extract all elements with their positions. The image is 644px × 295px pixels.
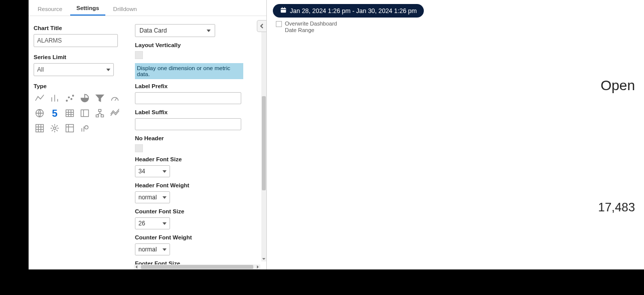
no-header-label: No Header bbox=[135, 135, 259, 141]
tab-settings[interactable]: Settings bbox=[70, 1, 105, 16]
svg-point-5 bbox=[71, 98, 72, 100]
chevron-down-icon bbox=[163, 196, 167, 199]
config-tabbar: Resource Settings Drilldown bbox=[29, 0, 266, 16]
chart-title-input[interactable]: ALARMS bbox=[34, 34, 118, 47]
number-card-icon[interactable]: 5 bbox=[49, 107, 61, 119]
combo-chart-icon[interactable] bbox=[79, 122, 91, 134]
data-card-counter: 17,483 bbox=[598, 200, 635, 214]
svg-line-34 bbox=[52, 130, 53, 131]
label-prefix-input[interactable] bbox=[135, 92, 241, 104]
header-font-weight-select[interactable]: normal bbox=[135, 191, 170, 203]
grid-icon[interactable] bbox=[34, 122, 46, 134]
chart-title-label: Chart Title bbox=[34, 25, 129, 31]
svg-point-4 bbox=[68, 97, 70, 98]
svg-rect-16 bbox=[99, 110, 101, 112]
series-limit-select[interactable]: All bbox=[34, 63, 114, 76]
svg-rect-42 bbox=[281, 8, 286, 13]
header-font-size-value: 34 bbox=[138, 168, 145, 175]
counter-font-size-select[interactable]: 26 bbox=[135, 217, 170, 229]
pivot-icon[interactable] bbox=[64, 122, 76, 134]
label-suffix-label: Label Suffix bbox=[135, 109, 259, 115]
series-limit-label: Series Limit bbox=[34, 54, 129, 60]
svg-rect-18 bbox=[101, 115, 104, 117]
bar-chart-icon[interactable] bbox=[49, 92, 61, 104]
header-font-weight-label: Header Font Weight bbox=[135, 182, 259, 188]
data-card-hint: Display one dimension or one metric data… bbox=[135, 63, 243, 79]
preview-area: Jan 28, 2024 1:26 pm - Jan 30, 2024 1:26… bbox=[267, 0, 644, 269]
overwrite-label: Overwrite Dashboard Date Range bbox=[285, 21, 337, 33]
app-root: Resource Settings Drilldown Chart Title … bbox=[0, 0, 644, 295]
no-header-toggle[interactable] bbox=[135, 144, 143, 152]
settings-left-column: Chart Title ALARMS Series Limit All Type bbox=[29, 16, 134, 269]
counter-font-size-label: Counter Font Size bbox=[135, 208, 259, 214]
settings-h-scrollbar[interactable] bbox=[134, 264, 260, 269]
svg-line-33 bbox=[56, 130, 58, 131]
label-suffix-input[interactable] bbox=[135, 118, 241, 130]
pie-chart-icon[interactable] bbox=[79, 92, 91, 104]
chevron-down-icon bbox=[163, 248, 167, 251]
number-glyph: 5 bbox=[52, 108, 57, 119]
svg-rect-14 bbox=[81, 110, 89, 116]
settings-right-column: Data Card Layout Vertically Display one … bbox=[134, 16, 266, 269]
config-body: Chart Title ALARMS Series Limit All Type bbox=[29, 16, 266, 269]
scroll-left-icon[interactable] bbox=[134, 264, 139, 269]
data-card-header: Open bbox=[601, 78, 635, 94]
table-icon[interactable] bbox=[64, 107, 76, 119]
counter-font-weight-select[interactable]: normal bbox=[135, 243, 170, 255]
chevron-down-icon bbox=[207, 30, 211, 32]
date-range-pill[interactable]: Jan 28, 2024 1:26 pm - Jan 30, 2024 1:26… bbox=[273, 4, 424, 18]
chart-subtype-value: Data Card bbox=[139, 27, 167, 34]
overwrite-label-line1: Overwrite Dashboard bbox=[285, 21, 337, 27]
header-font-weight-value: normal bbox=[138, 194, 157, 201]
counter-font-weight-value: normal bbox=[138, 246, 157, 253]
collapse-panel-button[interactable] bbox=[257, 20, 267, 32]
chevron-down-icon bbox=[106, 69, 110, 71]
globe-icon[interactable] bbox=[34, 107, 46, 119]
date-range-text: Jan 28, 2024 1:26 pm - Jan 30, 2024 1:26… bbox=[290, 8, 417, 15]
svg-point-27 bbox=[54, 127, 56, 130]
layout-vertically-label: Layout Vertically bbox=[135, 42, 259, 48]
multi-line-icon[interactable] bbox=[109, 107, 121, 119]
svg-line-32 bbox=[52, 125, 53, 127]
label-prefix-label: Label Prefix bbox=[135, 83, 259, 89]
tree-icon[interactable] bbox=[94, 107, 106, 119]
chart-subtype-select[interactable]: Data Card bbox=[135, 24, 215, 37]
svg-point-3 bbox=[66, 100, 68, 102]
scatter-chart-icon[interactable] bbox=[64, 92, 76, 104]
config-panel: Resource Settings Drilldown Chart Title … bbox=[29, 0, 267, 269]
sunburst-icon[interactable] bbox=[49, 122, 61, 134]
card-list-icon[interactable] bbox=[79, 107, 91, 119]
chevron-down-icon bbox=[163, 222, 167, 225]
scroll-down-icon[interactable] bbox=[261, 256, 266, 261]
svg-line-35 bbox=[56, 125, 58, 127]
workspace: Resource Settings Drilldown Chart Title … bbox=[29, 0, 644, 269]
header-font-size-select[interactable]: 34 bbox=[135, 165, 170, 177]
chevron-down-icon bbox=[163, 170, 167, 173]
tab-drilldown[interactable]: Drilldown bbox=[107, 2, 143, 16]
tab-resource[interactable]: Resource bbox=[32, 2, 68, 16]
svg-point-6 bbox=[72, 95, 74, 97]
chart-type-grid: 5 bbox=[34, 92, 129, 134]
line-chart-icon[interactable] bbox=[34, 92, 46, 104]
scroll-right-icon[interactable] bbox=[255, 264, 260, 269]
scroll-thumb-h[interactable] bbox=[141, 265, 253, 269]
svg-rect-17 bbox=[96, 115, 99, 117]
svg-line-7 bbox=[115, 98, 116, 101]
chart-title-value: ALARMS bbox=[37, 37, 62, 44]
counter-font-size-value: 26 bbox=[138, 220, 145, 227]
scroll-thumb-v[interactable] bbox=[262, 96, 266, 191]
svg-point-41 bbox=[85, 126, 88, 129]
overwrite-dashboard-row[interactable]: Overwrite Dashboard Date Range bbox=[276, 21, 638, 33]
gauge-chart-icon[interactable] bbox=[109, 92, 121, 104]
counter-font-weight-label: Counter Font Weight bbox=[135, 234, 259, 240]
type-label: Type bbox=[34, 83, 129, 89]
overwrite-checkbox[interactable] bbox=[276, 21, 282, 27]
overwrite-label-line2: Date Range bbox=[285, 27, 337, 34]
calendar-icon bbox=[280, 7, 287, 15]
funnel-chart-icon[interactable] bbox=[94, 92, 106, 104]
settings-v-scrollbar[interactable] bbox=[261, 25, 266, 261]
svg-rect-9 bbox=[66, 110, 74, 116]
layout-vertically-toggle[interactable] bbox=[135, 51, 143, 59]
svg-rect-36 bbox=[66, 125, 74, 132]
series-limit-value: All bbox=[37, 66, 44, 73]
